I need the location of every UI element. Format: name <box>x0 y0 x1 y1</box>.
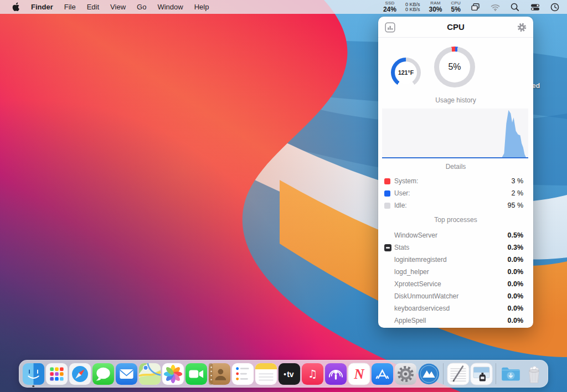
menu-finder[interactable]: Finder <box>25 0 59 14</box>
status-widget-cpu[interactable]: CPU5% <box>451 1 461 13</box>
ram-label: RAM <box>430 1 440 6</box>
dock-item-reminders[interactable] <box>231 361 254 386</box>
clock-icon[interactable] <box>549 2 560 12</box>
windows-icon[interactable] <box>470 2 481 12</box>
dock-item-finder[interactable] <box>22 361 45 386</box>
process-name: AppleSpell <box>394 317 426 324</box>
dock-item-messages[interactable] <box>91 361 115 386</box>
detail-row-system: System:3 % <box>378 175 533 187</box>
stats-app-icon <box>384 244 391 251</box>
top-processes-label: Top processes <box>378 216 533 224</box>
cpu-stats-panel: CPU 121°F 5% Usage history Details Syste… <box>378 17 533 328</box>
apple-menu[interactable] <box>7 2 25 12</box>
detail-row-user: User:2 % <box>378 187 533 199</box>
menu-help[interactable]: Help <box>189 0 215 14</box>
usage-history-chart <box>382 109 528 158</box>
panel-title: CPU <box>447 22 465 32</box>
cpu-usage-gauge: 5% <box>434 47 475 87</box>
process-name: Stats <box>394 244 409 251</box>
svg-text:♫: ♫ <box>307 368 317 380</box>
podcasts-icon <box>324 363 347 385</box>
detail-name: User: <box>394 189 410 197</box>
music-icon: ♫ <box>301 363 324 385</box>
cpu-usage-value: 5% <box>434 47 475 87</box>
status-widget-ssd[interactable]: SSD24% <box>383 1 396 13</box>
cpu-value: 5% <box>451 6 461 13</box>
gear-icon[interactable] <box>516 22 527 33</box>
dock-item-mountain-app[interactable] <box>417 361 440 386</box>
process-row-logd_helper: logd_helper0.0% <box>378 266 533 278</box>
app-menus: FinderFileEditViewGoWindowHelp <box>25 0 214 14</box>
temperature-value: 121°F <box>391 58 421 87</box>
svg-text:N: N <box>353 366 364 381</box>
dock-item-downloads[interactable] <box>499 361 522 386</box>
menu-view[interactable]: View <box>105 0 131 14</box>
process-name: DiskUnmountWatcher <box>394 292 458 300</box>
launchpad-icon <box>45 363 68 385</box>
preview-icon <box>470 363 493 385</box>
status-widget-ram[interactable]: RAM30% <box>429 1 442 13</box>
mail-icon <box>115 363 138 385</box>
control-center-icon[interactable] <box>529 2 540 12</box>
process-row-keyboardservicesd: keyboardservicesd0.0% <box>378 302 533 314</box>
process-row-windowserver: WindowServer0.5% <box>378 229 533 241</box>
legend-swatch <box>384 190 390 197</box>
detail-name: Idle: <box>394 202 407 209</box>
dock-item-tv[interactable]: tv <box>277 361 301 386</box>
dock-item-facetime[interactable] <box>184 361 208 386</box>
process-cpu-value: 0.0% <box>508 305 524 312</box>
dock-item-textedit[interactable] <box>446 361 470 386</box>
dock-item-launchpad[interactable] <box>45 361 68 386</box>
notes-icon <box>255 363 277 385</box>
dock: tv♫N <box>19 360 548 388</box>
dock-item-mail[interactable] <box>115 361 138 386</box>
dock-item-photos[interactable] <box>161 361 184 386</box>
running-indicator <box>32 385 34 388</box>
downloads-icon <box>499 363 522 385</box>
finder-icon <box>22 363 45 385</box>
dock-item-trash[interactable] <box>522 361 545 386</box>
process-row-applespell: AppleSpell0.0% <box>378 314 533 327</box>
network-speed: 0 KB/s <box>405 7 420 12</box>
status-widget-network[interactable]: 0 KB/s0 KB/s <box>405 2 420 12</box>
wifi-icon[interactable] <box>489 2 501 12</box>
process-row-xprotectservice: XprotectService0.0% <box>378 278 533 290</box>
bar-chart-icon[interactable] <box>384 22 395 33</box>
legend-swatch <box>384 203 390 209</box>
process-row-stats: Stats0.3% <box>378 241 533 254</box>
dock-item-preview[interactable] <box>470 361 493 386</box>
maps-icon <box>138 363 161 385</box>
dock-item-maps[interactable] <box>138 361 161 386</box>
details-label: Details <box>378 163 533 171</box>
dock-item-podcasts[interactable] <box>324 361 347 386</box>
desktop-icon-label[interactable]: ed <box>532 82 540 90</box>
dock-item-notes[interactable] <box>254 361 277 386</box>
process-name: XprotectService <box>394 280 441 288</box>
spotlight-icon[interactable] <box>509 2 520 12</box>
menu-bar-status-area: SSD24%0 KB/s0 KB/sRAM30%CPU5% <box>383 1 560 13</box>
safari-icon <box>69 363 91 385</box>
detail-value: 3 % <box>511 177 523 185</box>
dock-item-contacts[interactable] <box>208 361 231 386</box>
apple-logo-icon <box>12 2 20 12</box>
menu-edit[interactable]: Edit <box>81 0 105 14</box>
dock-item-system-preferences[interactable] <box>394 361 417 386</box>
ram-value: 30% <box>429 6 442 13</box>
menu-bar: FinderFileEditViewGoWindowHelp SSD24%0 K… <box>0 0 567 14</box>
trash-icon <box>523 363 545 385</box>
detail-value: 95 % <box>508 202 524 209</box>
legend-swatch <box>384 178 390 184</box>
contacts-icon <box>208 363 231 385</box>
menu-window[interactable]: Window <box>152 0 188 14</box>
menu-file[interactable]: File <box>59 0 81 14</box>
dock-item-news[interactable]: N <box>347 361 370 386</box>
process-cpu-value: 0.0% <box>508 317 524 324</box>
ssd-value: 24% <box>383 6 396 13</box>
dock-item-safari[interactable] <box>68 361 91 386</box>
dock-item-app-store[interactable] <box>370 361 394 386</box>
process-row-loginitemregisterd: loginitemregisterd0.0% <box>378 254 533 266</box>
process-name: logd_helper <box>394 268 429 276</box>
process-cpu-value: 0.5% <box>508 231 524 239</box>
menu-go[interactable]: Go <box>131 0 152 14</box>
dock-item-music[interactable]: ♫ <box>301 361 324 386</box>
